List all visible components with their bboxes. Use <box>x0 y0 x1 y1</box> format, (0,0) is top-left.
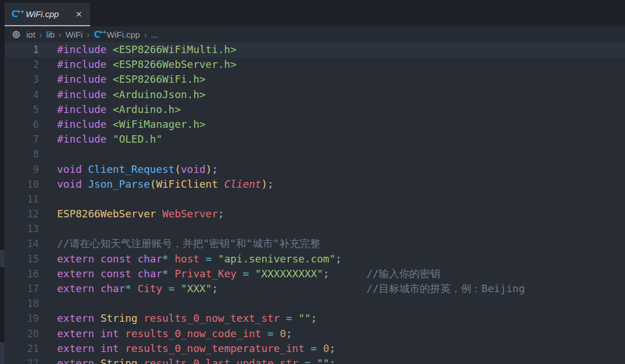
line-number: 8 <box>5 147 39 161</box>
code-text: #include "OLED.h" <box>39 132 162 147</box>
code-text: ESP8266WebServer WebServer; <box>39 207 224 221</box>
line-number: 2 <box>5 57 39 72</box>
line-number: 14 <box>5 236 39 251</box>
code-text: extern char* City = "XXX"; //目标城市的拼英，例：B… <box>39 281 525 296</box>
line-number: 6 <box>5 117 39 132</box>
code-text: extern const char* Privat_Key = "XXXXXXX… <box>39 266 441 281</box>
line-number: 21 <box>5 341 39 356</box>
cpp-file-icon: C++ <box>94 30 103 39</box>
line-number: 13 <box>5 221 39 236</box>
line-number: 3 <box>5 72 39 87</box>
code-text: void Client_Request(void); <box>39 162 218 177</box>
code-line[interactable]: 1#include <ESP8266WiFiMulti.h> <box>5 42 625 57</box>
line-number: 19 <box>5 311 39 326</box>
line-number: 15 <box>5 252 39 266</box>
code-text: #include <ESP8266WiFi.h> <box>39 72 205 87</box>
code-text <box>39 147 57 161</box>
line-number: 10 <box>5 177 39 192</box>
code-line[interactable]: 14//请在心知天气注册账号，并把"密钥"和"城市"补充完整 <box>5 236 625 251</box>
gutter-decoration <box>0 342 5 364</box>
code-line[interactable]: 10void Json_Parse(WiFiClient Client); <box>5 177 625 192</box>
breadcrumb-item-wifi-cpp[interactable]: WiFi.cpp <box>106 30 141 39</box>
vscode-editor-window: C++ WiFi.cpp ✕ iot › lib › WiFi › C++ Wi… <box>0 0 625 364</box>
line-number: 11 <box>5 192 39 207</box>
code-line[interactable]: 11 <box>5 192 625 207</box>
code-line[interactable]: 4#include <ArduinoJson.h> <box>5 87 625 102</box>
line-number: 12 <box>5 207 39 221</box>
code-line[interactable]: 2#include <ESP8266WebServer.h> <box>5 57 625 72</box>
chevron-right-icon: › <box>59 30 62 39</box>
breadcrumb-item-iot[interactable]: iot <box>25 30 37 39</box>
symbol-circle-icon <box>13 31 20 38</box>
breadcrumb-item-more[interactable]: ... <box>150 30 159 39</box>
chevron-right-icon: › <box>39 30 42 39</box>
breadcrumb-item-lib[interactable]: lib <box>45 30 56 39</box>
breadcrumb-item-wifi[interactable]: WiFi <box>64 30 84 39</box>
line-number: 9 <box>5 162 39 177</box>
code-text: #include <ArduinoJson.h> <box>39 87 205 102</box>
code-text: void Json_Parse(WiFiClient Client); <box>39 177 273 192</box>
code-line[interactable]: 16extern const char* Privat_Key = "XXXXX… <box>5 266 625 281</box>
line-number: 18 <box>5 296 39 311</box>
line-number: 4 <box>5 87 39 102</box>
code-text: #include <ESP8266WiFiMulti.h> <box>39 42 236 57</box>
line-number: 7 <box>5 132 39 147</box>
code-text: #include <Arduino.h> <box>39 102 181 117</box>
cpp-file-icon: C++ <box>11 9 21 19</box>
code-text: #include <ESP8266WebServer.h> <box>39 57 236 72</box>
editor-left-gutter-strip <box>0 0 5 364</box>
gutter-decoration <box>0 250 5 267</box>
code-text <box>39 192 57 207</box>
line-number: 1 <box>5 42 39 57</box>
code-area[interactable]: 1#include <ESP8266WiFiMulti.h>2#include … <box>5 42 625 364</box>
line-number: 5 <box>5 102 39 117</box>
code-line[interactable]: 20extern int results_0_now_code_int = 0; <box>5 326 625 341</box>
breadcrumb: iot › lib › WiFi › C++ WiFi.cpp › ... <box>5 26 625 42</box>
line-number: 16 <box>5 266 39 281</box>
code-text: extern String results_0_now_text_str = "… <box>39 311 317 326</box>
code-text <box>39 296 57 311</box>
tab-title: WiFi.cpp <box>26 9 73 19</box>
tab-wifi-cpp[interactable]: C++ WiFi.cpp ✕ <box>5 3 90 26</box>
code-line[interactable]: 6#include <WiFiManager.h> <box>5 117 625 132</box>
line-number: 22 <box>5 356 39 364</box>
code-text: extern int results_0_now_temperature_int… <box>39 341 336 356</box>
code-line[interactable]: 8 <box>5 147 625 161</box>
code-line[interactable]: 7#include "OLED.h" <box>5 132 625 147</box>
close-icon[interactable]: ✕ <box>73 9 84 20</box>
code-line[interactable]: 12ESP8266WebServer WebServer; <box>5 207 625 221</box>
chevron-right-icon: › <box>87 30 90 39</box>
code-line[interactable]: 3#include <ESP8266WiFi.h> <box>5 72 625 87</box>
code-text: //请在心知天气注册账号，并把"密钥"和"城市"补充完整 <box>39 236 320 251</box>
code-line[interactable]: 5#include <Arduino.h> <box>5 102 625 117</box>
code-line[interactable]: 22extern String results_0_last_update_st… <box>5 356 625 364</box>
code-line[interactable]: 19extern String results_0_now_text_str =… <box>5 311 625 326</box>
code-line[interactable]: 18 <box>5 296 625 311</box>
tab-bar: C++ WiFi.cpp ✕ <box>5 0 625 26</box>
code-text: extern const char* host = "api.seniverse… <box>39 252 342 266</box>
chevron-right-icon: › <box>144 30 147 39</box>
line-number: 17 <box>5 281 39 296</box>
code-text <box>39 221 57 236</box>
code-line[interactable]: 13 <box>5 221 625 236</box>
code-line[interactable]: 9void Client_Request(void); <box>5 162 625 177</box>
code-text: extern int results_0_now_code_int = 0; <box>39 326 292 341</box>
code-line[interactable]: 15extern const char* host = "api.seniver… <box>5 252 625 266</box>
code-line[interactable]: 21extern int results_0_now_temperature_i… <box>5 341 625 356</box>
line-number: 20 <box>5 326 39 341</box>
code-text: extern String results_0_last_update_str … <box>39 356 336 364</box>
code-text: #include <WiFiManager.h> <box>39 117 205 132</box>
code-line[interactable]: 17extern char* City = "XXX"; //目标城市的拼英，例… <box>5 281 625 296</box>
